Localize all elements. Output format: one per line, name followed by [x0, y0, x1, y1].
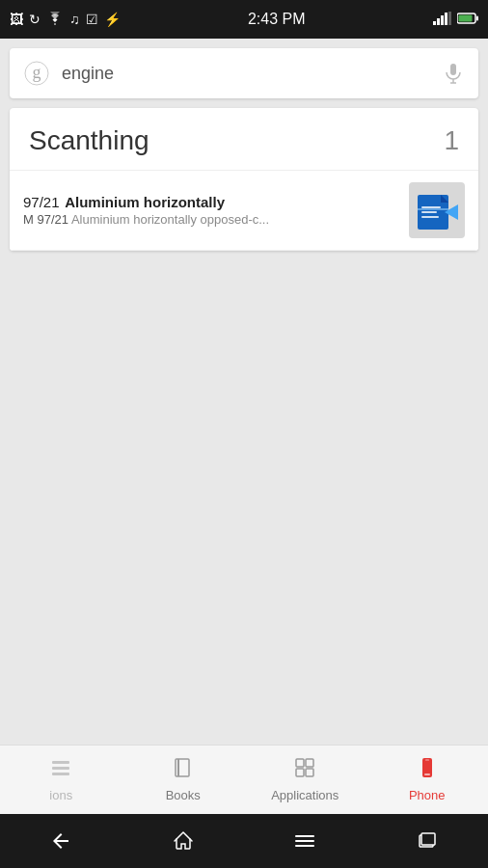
svg-rect-7	[476, 16, 478, 21]
scanthing-result-icon	[412, 185, 462, 235]
svg-rect-34	[295, 845, 314, 847]
nav-item-books[interactable]: Books	[122, 749, 245, 810]
status-bar: 🖼 ↻ ♫ ☑ ⚡ 2:43 PM	[0, 0, 488, 39]
svg-rect-21	[52, 767, 69, 770]
status-time: 2:43 PM	[248, 11, 306, 28]
nav-item-ions[interactable]: ions	[0, 749, 122, 810]
nav-item-applications[interactable]: Applications	[244, 749, 366, 810]
results-header: Scanthing 1	[10, 108, 478, 171]
result-title-main: Aluminium horizontally	[62, 194, 225, 210]
results-card: Scanthing 1 97/21 Aluminium horizontally…	[10, 108, 478, 251]
mic-icon[interactable]	[442, 62, 465, 85]
recents-button[interactable]	[400, 822, 454, 860]
svg-rect-36	[421, 833, 435, 845]
svg-rect-26	[306, 759, 313, 767]
result-subtitle-text: Aluminium horizontally opposed-c...	[71, 212, 269, 227]
phone-icon	[417, 757, 438, 784]
nav-books-label: Books	[166, 788, 201, 802]
svg-rect-33	[295, 840, 314, 842]
app-name: Scanthing	[29, 125, 149, 156]
nav-item-phone[interactable]: Phone	[366, 749, 489, 810]
svg-rect-25	[296, 759, 304, 767]
bolt-icon: ⚡	[104, 12, 121, 27]
book-icon	[173, 757, 194, 784]
result-icon-area	[409, 182, 465, 238]
result-title: 97/21 Aluminium horizontally	[23, 194, 399, 210]
svg-rect-0	[433, 21, 436, 25]
svg-rect-1	[437, 18, 440, 25]
system-nav	[0, 814, 488, 868]
menu-button[interactable]	[278, 822, 332, 860]
svg-rect-24	[177, 759, 179, 776]
back-button[interactable]	[34, 822, 88, 860]
image-icon: 🖼	[10, 12, 23, 27]
svg-rect-3	[445, 13, 447, 25]
result-subtitle: M 97/21 Aluminium horizontally opposed-c…	[23, 212, 399, 227]
signal-icon	[433, 12, 452, 28]
svg-rect-28	[306, 769, 313, 776]
main-content: g engine Scanthing 1 97/21 Aluminium hor…	[0, 48, 488, 251]
svg-rect-27	[296, 769, 304, 776]
svg-rect-10	[450, 64, 456, 75]
svg-rect-17	[421, 216, 439, 218]
results-count: 1	[444, 125, 459, 156]
svg-rect-32	[295, 835, 314, 837]
status-icons-left: 🖼 ↻ ♫ ☑ ⚡	[10, 12, 121, 28]
svg-rect-19	[418, 208, 448, 210]
status-icons-right	[433, 12, 478, 28]
search-query-text[interactable]: engine	[62, 64, 442, 84]
apps-icon	[294, 757, 315, 784]
google-icon: g	[23, 60, 50, 87]
svg-rect-15	[421, 206, 441, 208]
result-text-area: 97/21 Aluminium horizontally M 97/21 Alu…	[23, 194, 399, 227]
result-id: 97/21	[23, 194, 60, 210]
svg-text:g: g	[33, 63, 41, 82]
svg-rect-30	[424, 773, 430, 775]
sync-icon: ↻	[29, 12, 41, 27]
svg-rect-20	[52, 761, 69, 764]
home-button[interactable]	[156, 822, 210, 860]
nav-ions-label: ions	[49, 788, 72, 802]
result-subtitle-id: M 97/21	[23, 212, 68, 227]
svg-rect-4	[448, 12, 451, 25]
bottom-nav: ions Books Applications	[0, 745, 488, 814]
search-bar[interactable]: g engine	[10, 48, 478, 98]
dots-icon	[50, 757, 71, 784]
svg-rect-16	[421, 211, 437, 213]
svg-rect-31	[425, 760, 429, 761]
nav-phone-label: Phone	[409, 788, 446, 802]
svg-rect-2	[441, 15, 444, 25]
svg-rect-22	[52, 773, 69, 775]
battery-icon	[457, 12, 478, 27]
nav-applications-label: Applications	[271, 788, 339, 802]
svg-rect-6	[459, 15, 473, 22]
task-icon: ☑	[86, 12, 98, 27]
result-item[interactable]: 97/21 Aluminium horizontally M 97/21 Alu…	[10, 171, 478, 251]
spotify-icon: ♫	[69, 12, 80, 27]
wifi-icon	[46, 12, 64, 28]
